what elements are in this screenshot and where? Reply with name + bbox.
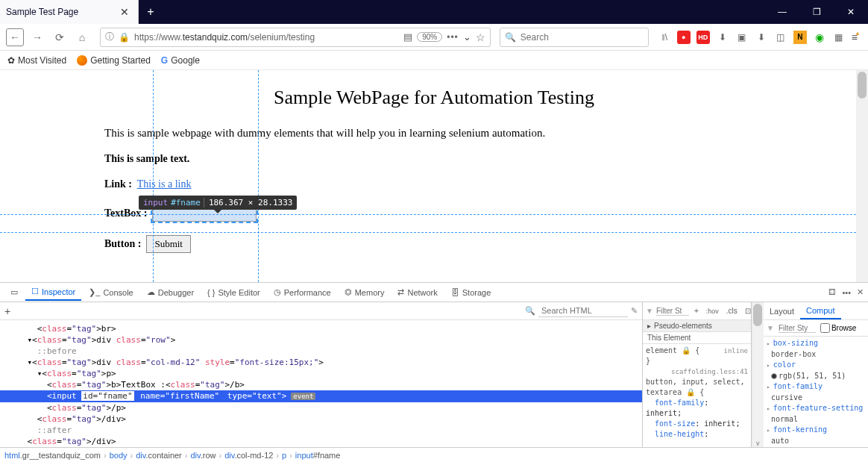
- computed-toolbar: ▼ Browse: [764, 320, 868, 337]
- menu-icon[interactable]: ≡▲: [852, 31, 858, 43]
- tab-inspector[interactable]: ☐Inspector: [25, 284, 81, 301]
- pseudo-elements-header[interactable]: ▸Pseudo-elements: [643, 320, 751, 331]
- devtools-panel: ▭ ☐Inspector ❯_Console ☁Debugger { }Styl…: [0, 283, 868, 462]
- browser-nav-bar: ← → ⟳ ⌂ ⓘ 🔒 https://www.testandquiz.com/…: [0, 24, 868, 51]
- toolbar-icons: ⦀\ ● HD ⬇ ▣ ⬇ ◫ N ◉ ▦ ≡▲: [653, 31, 862, 44]
- close-window-button[interactable]: ✕: [834, 0, 868, 24]
- filter-icon: ▼: [767, 324, 774, 332]
- sample-page: Sample WebPage for Automation Testing Th…: [0, 70, 868, 274]
- search-input[interactable]: [521, 32, 644, 43]
- hd-addon-icon[interactable]: HD: [696, 31, 710, 44]
- guide-right: [258, 70, 259, 282]
- tab-title: Sample Test Page: [6, 7, 117, 17]
- scrollbar-thumb[interactable]: [858, 72, 867, 99]
- devtools-dock-icon[interactable]: ⚃: [828, 287, 836, 297]
- addon-badge-icon[interactable]: ●: [677, 31, 691, 44]
- download-1-icon[interactable]: ⬇: [716, 31, 729, 44]
- save-page-icon[interactable]: ▣: [735, 31, 749, 44]
- tab-style-editor[interactable]: { }Style Editor: [201, 285, 266, 300]
- devtools-body: + 🔍 ✎ <class="tag">br> ▾<class="tag">div…: [0, 302, 868, 447]
- download-2-icon[interactable]: ⬇: [755, 31, 768, 44]
- tab-storage[interactable]: 🗄Storage: [445, 285, 497, 300]
- tab-network[interactable]: ⇄Network: [391, 284, 443, 300]
- info-icon[interactable]: ⓘ: [105, 31, 114, 43]
- this-element-header: This Element: [643, 331, 751, 344]
- filter-icon: ▼: [646, 307, 653, 315]
- html-search-input[interactable]: [538, 305, 628, 317]
- library-icon[interactable]: ⦀\: [658, 31, 671, 44]
- zoom-badge[interactable]: 90%: [417, 32, 442, 42]
- link-line: Link : This is a link: [104, 178, 764, 190]
- dom-breadcrumb[interactable]: html.gr__testandquiz_com›body›div.contai…: [0, 447, 868, 462]
- button-line: Button : Submit: [104, 235, 764, 253]
- page-actions-icon[interactable]: •••: [447, 32, 459, 43]
- styles-panel: ▼ + :hov .cls ⊡ ▸Pseudo-elements This El…: [643, 302, 752, 447]
- gear-icon: ✿: [7, 55, 15, 66]
- reader-view-icon[interactable]: ▤: [403, 31, 412, 43]
- green-addon-icon[interactable]: ◉: [813, 31, 826, 44]
- window-controls: — ❐ ✕: [765, 0, 868, 24]
- url-bar[interactable]: ⓘ 🔒 https://www.testandquiz.com/selenium…: [100, 28, 491, 47]
- minimize-button[interactable]: —: [765, 0, 799, 24]
- browser-tab-bar: Sample Test Page ✕ + — ❐ ✕: [0, 0, 868, 24]
- guide-top: [0, 214, 856, 215]
- tab-memory[interactable]: ⏣Memory: [339, 284, 391, 300]
- new-node-button[interactable]: +: [4, 305, 10, 317]
- html-toolbar: + 🔍 ✎: [0, 302, 642, 320]
- add-rule-button[interactable]: +: [692, 307, 701, 315]
- maximize-button[interactable]: ❐: [799, 0, 834, 24]
- styles-thumb[interactable]: [753, 304, 762, 326]
- computed-panel: Layout Comput ▼ Browse ▸box-sizingborder…: [764, 302, 868, 447]
- computed-filter-input[interactable]: [779, 324, 816, 333]
- browse-checkbox[interactable]: Browse: [820, 323, 856, 333]
- css-rules[interactable]: element 🔒 {inline}scaffolding.less:41but…: [643, 344, 751, 447]
- styles-toolbar: ▼ + :hov .cls ⊡: [643, 302, 751, 320]
- guide-left: [153, 70, 154, 282]
- html-search: 🔍 ✎: [525, 305, 638, 317]
- devtools-more-icon[interactable]: •••: [842, 288, 851, 297]
- home-button[interactable]: ⌂: [73, 28, 91, 46]
- tab-layout[interactable]: Layout: [764, 304, 800, 319]
- page-lead: This is sample webpage with dummy elemen…: [104, 127, 764, 140]
- content-scrollbar[interactable]: [856, 70, 868, 282]
- styles-filter-input[interactable]: [656, 307, 689, 316]
- tab-console[interactable]: ❯_Console: [83, 284, 139, 300]
- reload-button[interactable]: ⟳: [51, 28, 69, 46]
- cls-button[interactable]: .cls: [724, 307, 740, 315]
- content-area: Sample WebPage for Automation Testing Th…: [0, 70, 868, 283]
- sample-link[interactable]: This is a link: [137, 178, 192, 190]
- url-text: https://www.testandquiz.com/selenium/tes…: [134, 32, 399, 43]
- iframe-selector-icon[interactable]: ▭: [4, 284, 24, 300]
- search-box[interactable]: 🔍: [500, 28, 649, 47]
- tab-debugger[interactable]: ☁Debugger: [141, 284, 200, 300]
- html-tree[interactable]: <class="tag">br> ▾<class="tag">div class…: [0, 320, 642, 447]
- bookmark-getting-started[interactable]: Getting Started: [77, 55, 151, 66]
- forward-button[interactable]: →: [28, 28, 46, 46]
- devtools-tab-bar: ▭ ☐Inspector ❯_Console ☁Debugger { }Styl…: [0, 283, 868, 302]
- hov-button[interactable]: :hov: [704, 308, 721, 315]
- addon-n-icon[interactable]: N: [793, 31, 807, 44]
- bookmark-google[interactable]: G Google: [161, 55, 200, 66]
- styles-scrollbar[interactable]: ∧ ∨: [752, 302, 764, 447]
- close-icon[interactable]: ✕: [117, 6, 132, 18]
- search-icon: 🔍: [525, 306, 535, 316]
- tab-performance[interactable]: ◷Performance: [268, 284, 337, 300]
- sample-text-line: This is sample text.: [104, 153, 764, 165]
- bookmark-star-icon[interactable]: ☆: [476, 31, 485, 43]
- scroll-down-icon[interactable]: ∨: [752, 440, 764, 447]
- bookmark-most-visited[interactable]: ✿ Most Visited: [7, 55, 66, 66]
- computed-tab-bar: Layout Comput: [764, 302, 868, 320]
- tab-computed[interactable]: Comput: [800, 303, 841, 319]
- back-button[interactable]: ←: [6, 28, 24, 46]
- sidebar-toggle-icon[interactable]: ◫: [774, 31, 787, 44]
- devtools-close-icon[interactable]: ✕: [857, 287, 864, 297]
- firefox-icon: [77, 55, 87, 66]
- pocket-icon[interactable]: ⌄: [463, 31, 471, 43]
- new-tab-button[interactable]: +: [139, 0, 163, 24]
- page-title: Sample WebPage for Automation Testing: [104, 87, 764, 109]
- edit-html-icon[interactable]: ✎: [631, 306, 638, 316]
- lock-icon: 🔒: [119, 32, 130, 43]
- computed-props[interactable]: ▸box-sizingborder-box▸colorrgb(51, 51, 5…: [764, 337, 868, 447]
- browser-tab[interactable]: Sample Test Page ✕: [0, 0, 139, 24]
- dashboard-icon[interactable]: ▦: [832, 31, 846, 44]
